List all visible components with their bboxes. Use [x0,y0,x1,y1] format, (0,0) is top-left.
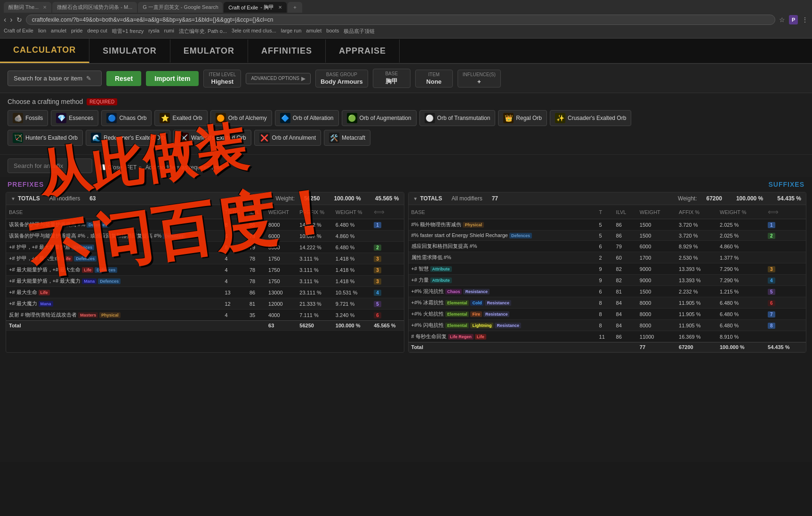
tab-1-close[interactable]: ✕ [43,5,47,10]
tab-3[interactable]: G 一直开启英文 - Google Search ✕ [138,2,223,13]
profile-btn[interactable]: P [789,15,798,24]
forward-btn[interactable]: › [10,16,12,24]
cell-tiers: 8 [596,309,613,320]
method-orb-augmentation[interactable]: 🟢 Orb of Augmentation [342,110,417,126]
method-fossils[interactable]: 🪨 Fossils [8,110,48,126]
cell-weight-pct: 4.860 % [333,230,371,242]
close-checkbox[interactable]: Close [100,164,122,171]
cell-num: 1 [371,219,403,230]
method-orb-transmutation[interactable]: ⚪ Orb of Transmutation [419,110,496,126]
search-item-box[interactable]: Search for a base or item ✎ [8,71,102,86]
method-regal-label: Regal Orb [516,115,542,121]
tag-defences: Defences [163,233,185,239]
tag-life: Life [475,334,486,340]
bookmark-path[interactable]: 流亡编年史. Path o... [179,28,227,35]
method-orb-alteration[interactable]: 🔷 Orb of Alteration [275,110,339,126]
right-totals-row[interactable]: ▼ TOTALS All modifiers 77 Weight: 67200 … [409,192,806,205]
cell-ilvl: 86 [247,287,265,298]
affix-search-input[interactable]: Search for an affix [8,159,92,173]
cell-num: 3 [765,263,806,275]
left-totals-row[interactable]: ▼ TOTALS All modifiers 63 Weight: 56250 … [6,192,404,205]
tab-4-close[interactable]: ✕ [278,5,282,10]
nav-tab-emulator[interactable]: Emulator [170,40,248,63]
tag-defences: Defences [509,233,532,238]
cell-num: 2 [765,230,806,241]
cell-base: +# 护甲，+# 最大生命LifeDefences [6,253,222,264]
influence-plus-btn[interactable]: + [477,78,481,85]
bookmark-rysla[interactable]: rysla [148,28,159,35]
method-orb-alchemy[interactable]: 🟠 Orb of Alchemy [210,110,272,126]
item-value[interactable]: None [426,78,442,85]
bookmark-dark[interactable]: 暗雷+1 frenzy [112,28,144,35]
back-btn[interactable]: ‹ [4,16,6,24]
cell-base: +# 最大能量护盾，+# 最大魔力ManaDefences [6,276,222,287]
cell-num: 3 [371,264,403,276]
bookmark-lion[interactable]: lion [38,28,46,35]
cell-base: +# 最大魔力Mana [6,298,222,310]
bookmark-boots[interactable]: boots [326,28,339,35]
cell-ilvl: 60 [613,252,637,263]
bookmark-amulet[interactable]: amulet [51,28,66,35]
method-exalted-orb[interactable]: ⭐ Exalted Orb [154,110,207,126]
advanced-options-btn[interactable]: ADVANCED OPTIONS ▶ [246,73,311,84]
cell-weight-pct: 6.480 % [717,297,765,309]
cell-ilvl: 84 [613,297,637,309]
close-check[interactable] [100,164,106,170]
nav-tab-appraise[interactable]: Appraise [326,40,400,63]
cell-base: +# 力量Attribute [409,275,596,286]
nav-tab-affinities[interactable]: Affinities [248,40,326,63]
tab-2[interactable]: 微醒石合成同区域势力词条 - M... ✕ [52,2,137,13]
tag-life-regen: Life Regen [448,334,474,340]
bookmark-craft-of-exile[interactable]: Craft of Exile [4,28,33,35]
bookmark-3ele[interactable]: 3ele crit med clus... [232,28,276,35]
tag-defences: Defences [98,278,121,284]
cell-tiers: 6 [596,241,613,252]
nav-tab-calculator[interactable]: Calculator [0,39,89,63]
bookmark-rumi[interactable]: rumi [164,28,174,35]
method-orb-annulment[interactable]: ❌ Orb of Annulment [254,130,321,146]
left-col-split[interactable]: ⟺ [371,205,403,219]
browser-chrome: 醒翻词 The... ✕ 微醒石合成同区域势力词条 - M... ✕ G 一直开… [0,0,812,39]
import-button[interactable]: Import item [146,71,199,86]
cell-tiers: 8 [222,219,247,230]
method-crusader-exalted[interactable]: ✨ Crusader's Exalted Orb [550,110,631,126]
cell-weight: 8000 [637,320,676,331]
bookmark-amulet2[interactable]: amulet [306,28,322,35]
cell-affix-pct: 14.222 % [297,242,333,253]
reset-button[interactable]: Reset [106,71,141,86]
bookmark-pride[interactable]: pride [71,28,82,35]
cell-affix-pct: 2.530 % [676,252,717,263]
item-level-value[interactable]: Highest [211,78,234,85]
row-num-badge: 2 [374,245,381,251]
base-value[interactable]: 胸甲 [386,77,398,86]
cell-weight: 4000 [265,310,297,321]
tab-2-close[interactable]: ✕ [137,5,137,10]
method-chaos-orb[interactable]: 🔵 Chaos Orb [101,110,152,126]
base-group-value[interactable]: Body Armours [321,78,363,85]
right-col-split[interactable]: ⟺ [765,205,806,219]
tab-1[interactable]: 醒翻词 The... ✕ [4,2,51,13]
menu-btn[interactable]: ⋮ [802,16,808,24]
tag-elemental: Elemental [445,323,469,328]
refresh-btn[interactable]: ↻ [16,16,22,24]
bookmark-deep-cut[interactable]: deep cut [88,28,107,35]
right-weight-pct: 54.435 % [777,195,801,202]
tag-mana: Mana [82,278,96,284]
method-regal-orb[interactable]: 👑 Regal Orb [498,110,547,126]
new-tab-btn[interactable]: ＋ [288,2,302,13]
total-weight: 77 [637,342,676,352]
method-hunters-exalted[interactable]: 🏹 Hunter's Exalted Orb [8,130,83,146]
nav-tab-simulator[interactable]: Simulator [89,40,170,63]
table-row: +#% 闪电抗性ElementalLightningResistance8848… [409,320,806,331]
cell-base: +# 最大生命Life [6,287,222,298]
method-redeemers-exalted[interactable]: 🌊 Redeemer's Exalted Orb [86,130,170,146]
method-metacraft[interactable]: 🛠️ Metacraft [324,130,370,146]
method-warlords-exalted[interactable]: ⚔️ Warlord's Exalted Orb [173,130,251,146]
cell-affix-pct: 13.393 % [676,263,717,275]
bookmark-top-chain[interactable]: 极品底子顶链 [344,28,375,35]
address-bar[interactable]: craftofexile.com/?b=49&ob=both&v=d&a=e&l… [26,15,776,25]
tab-4[interactable]: Craft of Exile - 胸甲 ✕ [224,2,287,13]
bookmark-large-run[interactable]: large run [281,28,301,35]
bookmark-star[interactable]: ☆ [779,16,785,24]
method-essences[interactable]: 💎 Essences [51,110,98,126]
